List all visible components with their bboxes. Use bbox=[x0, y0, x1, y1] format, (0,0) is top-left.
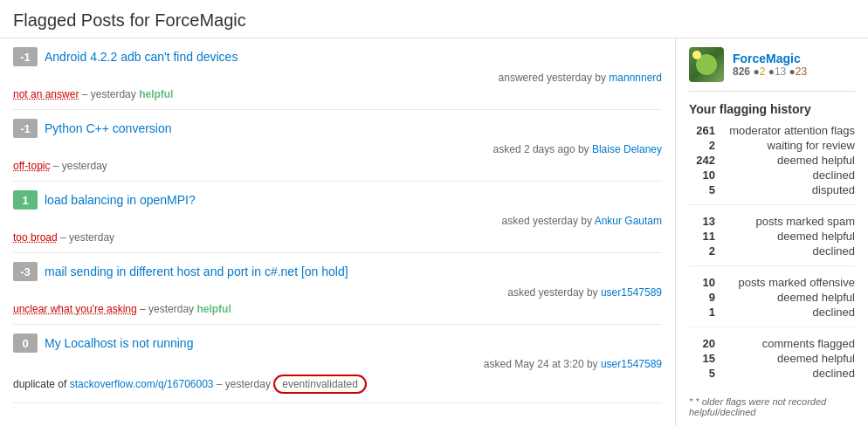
user-card: ForceMagic 826 ●2 ●13 ●23 bbox=[689, 47, 855, 92]
gold-badge: 2 bbox=[760, 65, 766, 78]
flag-stat-row: 15 deemed helpful bbox=[689, 351, 855, 366]
stat-label: deemed helpful bbox=[777, 352, 855, 365]
post-action: asked May 24 at 3:20 by bbox=[484, 358, 601, 370]
flag-stats-container: 261 moderator attention flags 2 waiting … bbox=[689, 123, 855, 388]
footnote-text: * older flags were not recorded helpful/… bbox=[689, 396, 826, 417]
flag-info: off-topic – yesterday bbox=[13, 160, 662, 172]
flag-stat-group-3: 20 comments flagged 15 deemed helpful 5 … bbox=[689, 336, 855, 388]
stat-label: comments flagged bbox=[762, 337, 855, 350]
flag-separator: – yesterday bbox=[82, 88, 136, 100]
vote-score: -1 bbox=[13, 47, 38, 66]
stat-count: 1 bbox=[689, 306, 715, 319]
flag-type-label[interactable]: not an answer bbox=[13, 88, 79, 100]
user-name[interactable]: ForceMagic bbox=[733, 52, 807, 65]
flagging-history-title: Your flagging history bbox=[689, 102, 855, 116]
flag-type-label: duplicate of bbox=[13, 378, 66, 390]
user-avatar bbox=[689, 47, 724, 82]
post-title[interactable]: Python C++ conversion bbox=[45, 121, 172, 135]
stat-label: declined bbox=[813, 306, 855, 319]
page-title: Flagged Posts for ForceMagic bbox=[0, 0, 868, 38]
stat-count: 2 bbox=[689, 244, 715, 258]
flag-stat-row: 5 declined bbox=[689, 366, 855, 381]
post-author[interactable]: user1547589 bbox=[601, 286, 662, 299]
stat-label: declined bbox=[813, 367, 855, 380]
stat-label: posts marked spam bbox=[756, 215, 855, 228]
post-title[interactable]: mail sending in different host and port … bbox=[45, 265, 348, 278]
flag-stat-row: 20 comments flagged bbox=[689, 336, 855, 351]
post-item: 0 My Localhost is not running asked May … bbox=[13, 325, 662, 403]
vote-score: 0 bbox=[13, 333, 38, 353]
flag-type-label[interactable]: too broad bbox=[13, 231, 58, 244]
flag-stat-group-1: 13 posts marked spam 11 deemed helpful 2… bbox=[689, 214, 855, 266]
stat-count: 10 bbox=[689, 168, 715, 182]
flag-stat-row: 5 disputed bbox=[689, 182, 855, 197]
flag-type-label[interactable]: unclear what you're asking bbox=[13, 303, 137, 315]
posts-section: -1 Android 4.2.2 adb can't find devices … bbox=[0, 38, 676, 426]
post-action: answered yesterday by bbox=[499, 72, 610, 84]
rep-separator: ● bbox=[753, 65, 759, 78]
vote-score: 1 bbox=[13, 190, 38, 210]
stat-count: 2 bbox=[689, 139, 715, 152]
stat-label: moderator attention flags bbox=[729, 124, 855, 137]
posts-container: -1 Android 4.2.2 adb can't find devices … bbox=[13, 38, 662, 403]
stat-label: deemed helpful bbox=[777, 154, 855, 167]
post-header: -1 Android 4.2.2 adb can't find devices bbox=[13, 47, 662, 66]
flag-separator: – yesterday bbox=[53, 160, 107, 172]
flag-stat-row: 242 deemed helpful bbox=[689, 153, 855, 168]
stat-count: 11 bbox=[689, 230, 715, 243]
post-action: asked yesterday by bbox=[502, 215, 595, 227]
post-header: 0 My Localhost is not running bbox=[13, 333, 662, 353]
flag-stat-row: 2 declined bbox=[689, 244, 855, 258]
stat-label: disputed bbox=[812, 183, 855, 196]
stat-count: 15 bbox=[689, 352, 715, 365]
user-reputation: 826 ●2 ●13 ●23 bbox=[733, 65, 807, 78]
post-title[interactable]: load balancing in openMPI? bbox=[45, 193, 196, 207]
user-info: ForceMagic 826 ●2 ●13 ●23 bbox=[733, 52, 807, 78]
stat-count: 5 bbox=[689, 183, 715, 196]
stat-count: 10 bbox=[689, 276, 715, 289]
stat-label: deemed helpful bbox=[777, 230, 855, 243]
flag-separator: – yesterday bbox=[140, 303, 194, 315]
flag-stat-row: 11 deemed helpful bbox=[689, 229, 855, 244]
flag-separator: – yesterday bbox=[60, 231, 114, 244]
post-author[interactable]: Ankur Gautam bbox=[595, 215, 662, 227]
stat-label: waiting for review bbox=[768, 139, 855, 152]
flag-stat-row: 10 declined bbox=[689, 168, 855, 182]
post-header: 1 load balancing in openMPI? bbox=[13, 190, 662, 210]
event-badge: eventinvalidated bbox=[273, 375, 367, 394]
stat-count: 9 bbox=[689, 291, 715, 304]
vote-score: -3 bbox=[13, 262, 38, 281]
duplicate-link[interactable]: stackoverflow.com/q/16706003 bbox=[70, 378, 214, 390]
stat-count: 5 bbox=[689, 367, 715, 380]
post-author[interactable]: mannnnerd bbox=[609, 72, 662, 84]
rep-separator3: ● bbox=[789, 65, 796, 78]
flag-info: unclear what you're asking – yesterday h… bbox=[13, 303, 662, 315]
post-author[interactable]: user1547589 bbox=[601, 358, 662, 370]
stat-count: 242 bbox=[689, 154, 715, 167]
post-meta: answered yesterday by mannnnerd bbox=[13, 72, 662, 84]
flag-info: not an answer – yesterday helpful bbox=[13, 88, 662, 100]
post-author[interactable]: Blaise Delaney bbox=[592, 143, 662, 155]
post-meta: asked May 24 at 3:20 by user1547589 bbox=[13, 358, 662, 370]
flag-stat-group-2: 10 posts marked offensive 9 deemed helpf… bbox=[689, 275, 855, 327]
post-title[interactable]: My Localhost is not running bbox=[45, 336, 193, 350]
stat-count: 261 bbox=[689, 124, 715, 137]
post-meta: asked yesterday by user1547589 bbox=[13, 286, 662, 299]
flag-type-label[interactable]: off-topic bbox=[13, 160, 50, 172]
stat-count: 13 bbox=[689, 215, 715, 228]
post-title[interactable]: Android 4.2.2 adb can't find devices bbox=[45, 50, 238, 64]
post-item: 1 load balancing in openMPI? asked yeste… bbox=[13, 182, 662, 253]
sidebar: ForceMagic 826 ●2 ●13 ●23 Your flagging … bbox=[676, 38, 868, 426]
flag-stat-row: 1 declined bbox=[689, 305, 855, 320]
event-circle: eventinvalidated bbox=[273, 375, 367, 394]
flag-info: too broad – yesterday bbox=[13, 231, 662, 244]
rep-separator2: ● bbox=[768, 65, 775, 78]
post-item: -1 Python C++ conversion asked 2 days ag… bbox=[13, 110, 662, 182]
stat-label: declined bbox=[813, 168, 855, 182]
post-header: -3 mail sending in different host and po… bbox=[13, 262, 662, 281]
flag-stat-group-0: 261 moderator attention flags 2 waiting … bbox=[689, 123, 855, 205]
flag-stat-row: 2 waiting for review bbox=[689, 138, 855, 153]
silver-badge: 13 bbox=[775, 65, 786, 78]
flag-info: duplicate of stackoverflow.com/q/1670600… bbox=[13, 375, 662, 394]
vote-score: -1 bbox=[13, 119, 38, 138]
